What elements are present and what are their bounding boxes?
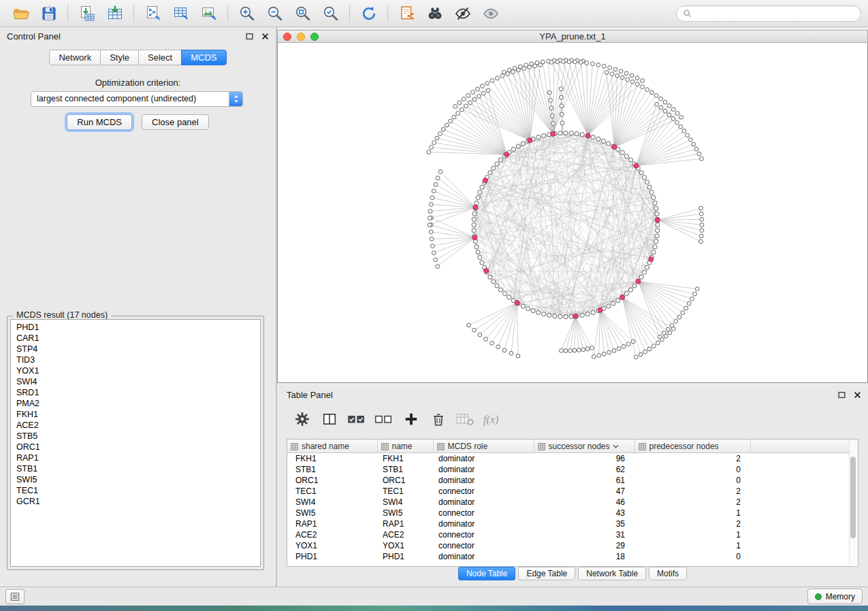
clear-all-checkboxes-button[interactable] <box>371 407 396 431</box>
network-node[interactable] <box>490 341 494 345</box>
network-node[interactable] <box>472 222 476 227</box>
close-panel-action-button[interactable]: Close panel <box>142 114 209 130</box>
network-node[interactable] <box>667 104 671 108</box>
network-node[interactable] <box>564 131 568 135</box>
network-node[interactable] <box>675 120 679 125</box>
network-node[interactable] <box>530 62 534 66</box>
network-node[interactable] <box>486 88 490 93</box>
network-dominator-node[interactable] <box>515 301 519 306</box>
network-edge[interactable] <box>436 184 476 208</box>
zoom-in-button[interactable] <box>233 3 261 24</box>
network-node[interactable] <box>635 76 639 80</box>
network-node[interactable] <box>435 136 439 140</box>
network-edge[interactable] <box>569 62 588 136</box>
network-edge[interactable] <box>658 219 702 220</box>
network-node[interactable] <box>667 113 671 117</box>
network-node[interactable] <box>556 60 560 64</box>
network-node[interactable] <box>427 150 431 154</box>
network-node[interactable] <box>549 99 553 103</box>
network-node[interactable] <box>472 328 477 332</box>
network-edge[interactable] <box>622 297 654 346</box>
network-edge[interactable] <box>622 297 662 340</box>
network-edge[interactable] <box>566 316 575 351</box>
network-node[interactable] <box>564 349 568 353</box>
network-node[interactable] <box>699 212 703 216</box>
network-node[interactable] <box>585 347 590 351</box>
network-node[interactable] <box>496 76 500 80</box>
network-node[interactable] <box>535 61 539 65</box>
network-node[interactable] <box>628 158 632 162</box>
network-node[interactable] <box>615 73 620 78</box>
network-node[interactable] <box>674 319 678 323</box>
network-node[interactable] <box>660 337 664 342</box>
network-dominator-node[interactable] <box>655 218 660 222</box>
network-node[interactable] <box>612 348 616 352</box>
table-scrollbar[interactable] <box>849 440 857 565</box>
network-node[interactable] <box>569 131 573 135</box>
network-node[interactable] <box>649 191 654 195</box>
network-node[interactable] <box>679 115 684 119</box>
network-node[interactable] <box>585 61 589 65</box>
network-canvas[interactable] <box>278 43 867 382</box>
network-dominator-node[interactable] <box>598 308 602 312</box>
network-node[interactable] <box>620 150 624 154</box>
network-node[interactable] <box>697 152 701 156</box>
network-edge[interactable] <box>638 282 668 330</box>
close-window-button[interactable] <box>283 33 291 41</box>
network-node[interactable] <box>453 105 457 109</box>
mcds-result-item[interactable]: GCR1 <box>11 496 260 507</box>
network-dominator-node[interactable] <box>573 314 578 318</box>
network-node[interactable] <box>607 142 611 146</box>
zoom-fit-button[interactable] <box>289 3 317 24</box>
network-node[interactable] <box>558 131 562 135</box>
import-network-button[interactable] <box>139 3 167 24</box>
mcds-result-item[interactable]: ORC1 <box>11 442 260 452</box>
network-dominator-node[interactable] <box>472 235 477 240</box>
network-node[interactable] <box>516 144 520 148</box>
network-node[interactable] <box>693 292 697 296</box>
network-node[interactable] <box>488 171 492 175</box>
network-node[interactable] <box>695 287 699 291</box>
network-node[interactable] <box>476 250 480 254</box>
network-dominator-node[interactable] <box>528 138 532 143</box>
network-edge[interactable] <box>658 220 701 242</box>
network-node[interactable] <box>686 133 690 137</box>
network-node[interactable] <box>464 104 468 108</box>
network-dominator-node[interactable] <box>585 133 590 138</box>
network-node[interactable] <box>596 63 600 67</box>
network-node[interactable] <box>652 250 656 254</box>
network-node[interactable] <box>509 351 513 355</box>
network-edge[interactable] <box>430 208 476 212</box>
network-node[interactable] <box>502 70 506 74</box>
network-node[interactable] <box>511 147 515 151</box>
network-node[interactable] <box>560 349 564 353</box>
network-node[interactable] <box>430 146 434 150</box>
network-dominator-node[interactable] <box>636 279 641 284</box>
network-node[interactable] <box>659 105 663 110</box>
network-edge[interactable] <box>588 67 610 135</box>
network-node[interactable] <box>700 223 704 227</box>
network-node[interactable] <box>654 94 658 98</box>
network-node[interactable] <box>663 100 667 104</box>
mcds-result-item[interactable]: FKH1 <box>11 409 260 420</box>
network-node[interactable] <box>641 79 645 83</box>
table-settings-button[interactable] <box>289 407 315 431</box>
mcds-result-list[interactable]: PHD1CAR1STP4TID3YOX1SWI4SRD1PMA2FKH1ACE2… <box>10 319 261 567</box>
network-node[interactable] <box>478 255 482 259</box>
network-node[interactable] <box>656 222 660 227</box>
table-row[interactable]: ORC1ORC1dominator610 <box>287 475 858 486</box>
search-box[interactable] <box>676 5 861 22</box>
network-edge[interactable] <box>475 303 517 330</box>
network-node[interactable] <box>573 348 577 352</box>
network-node[interactable] <box>573 60 577 64</box>
network-node[interactable] <box>639 352 643 357</box>
export-image-button[interactable] <box>195 3 223 24</box>
network-node[interactable] <box>610 72 614 76</box>
network-edge[interactable] <box>638 282 679 318</box>
network-node[interactable] <box>441 127 445 131</box>
network-node[interactable] <box>550 114 554 118</box>
network-node[interactable] <box>477 95 481 99</box>
network-node[interactable] <box>643 350 647 354</box>
network-node[interactable] <box>645 265 649 269</box>
network-node[interactable] <box>560 95 564 99</box>
